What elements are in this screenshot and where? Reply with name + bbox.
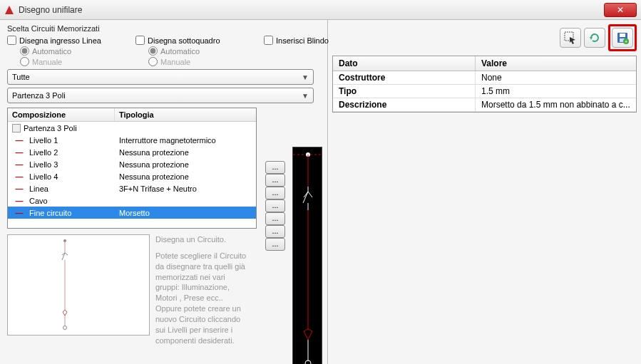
tree-row-label: Livello 3 [29,160,58,169]
radio-sotto-automatico-input[interactable] [148,46,158,56]
combo-group-value: Tutte [12,73,30,81]
tree-connector-icon: — [12,160,26,169]
edit-fine-button[interactable]: ... [265,238,285,251]
properties-table: Dato Valore CostruttoreNoneTipo1.5 mmDes… [332,56,637,113]
section-title: Scelta Circuiti Memorizzati [7,24,320,33]
svg-marker-18 [570,37,575,44]
tree-root-icon [12,124,21,132]
properties-header-valore: Valore [476,56,636,71]
tree-connector-icon: — [12,136,26,145]
window-title: Disegno unifilare [19,5,82,15]
edit-linea-button[interactable]: ... [265,212,285,225]
tree-connector-icon: — [12,148,26,157]
check-disegna-sottoquadro[interactable]: Disegna sottoquadro [135,36,235,45]
chevron-down-icon: ▼ [302,73,309,81]
edit-livello4-button[interactable]: ... [265,199,285,212]
tree-root-label: Partenza 3 Poli [24,124,77,132]
save-highlight: + [608,24,637,51]
help-body: Potete scegliere il Circuito da disegnar… [155,251,248,346]
radio-sotto-manuale[interactable]: Manuale [148,57,235,66]
svg-text:+: + [625,39,627,44]
radio-ingresso-automatico-input[interactable] [20,46,29,56]
property-value[interactable]: 1.5 mm [476,85,636,98]
radio-sotto-automatico[interactable]: Automatico [148,46,235,56]
check-disegna-ingresso-label: Disegna ingresso Linea [19,36,101,45]
tree-row-type: 3F+N Trifase + Neutro [115,184,256,193]
check-inserisci-blindo-box[interactable] [264,36,273,45]
property-row: DescrizioneMorsetto da 1.5 mm non abbina… [333,98,636,112]
svg-marker-19 [590,37,593,40]
check-disegna-sottoquadro-box[interactable] [135,36,145,45]
combo-circuit[interactable]: Partenza 3 Poli ▼ [7,88,314,103]
tree-row-type: Nessuna protezione [115,172,256,181]
circuit-preview-large [292,147,322,364]
circuit-tree[interactable]: Composizione Tipologia Partenza 3 Poli—L… [7,108,257,229]
check-disegna-ingresso[interactable]: Disegna ingresso Linea [7,36,107,45]
property-key: Costruttore [333,71,476,84]
tree-row-label: Livello 4 [29,172,58,181]
property-value[interactable]: Morsetto da 1.5 mm non abbinato a c... [476,98,636,111]
tree-header-composizione: Composizione [8,108,115,121]
property-key: Tipo [333,85,476,98]
tree-row[interactable]: —Fine circuitoMorsetto [8,207,256,219]
help-text: Disegna un Circuito. Potete scegliere il… [155,234,248,345]
radio-sotto-manuale-input[interactable] [148,57,158,66]
app-logo-icon [4,5,14,15]
tree-row-type: Nessuna protezione [115,148,256,157]
check-inserisci-blindo-label: Inserisci Blindo [276,36,329,45]
svg-marker-0 [5,6,14,14]
radio-sotto-manuale-label: Manuale [160,58,190,66]
tree-row-label: Linea [29,184,48,193]
tree-connector-icon: — [12,209,26,217]
radio-sotto-automatico-label: Automatico [160,47,200,56]
edit-livello3-button[interactable]: ... [265,187,285,199]
check-inserisci-blindo[interactable]: Inserisci Blindo [264,36,364,45]
radio-ingresso-manuale[interactable]: Manuale [20,57,107,66]
save-button[interactable]: + [612,28,633,48]
help-title: Disegna un Circuito. [155,234,248,245]
radio-ingresso-automatico-label: Automatico [32,47,71,56]
tree-connector-icon: — [12,197,26,205]
property-row: Tipo1.5 mm [333,85,636,98]
edit-livello2-button[interactable]: ... [265,174,285,187]
close-button[interactable]: ✕ [604,3,637,17]
combo-circuit-value: Partenza 3 Poli [12,91,66,100]
right-toolbar: + [332,24,637,51]
refresh-icon [588,31,601,44]
radio-ingresso-manuale-label: Manuale [32,58,62,66]
tree-header-tipologia: Tipologia [115,108,256,121]
circuit-preview-small [7,234,150,336]
refresh-button[interactable] [584,28,605,48]
tree-row-label: Livello 1 [29,136,58,145]
edit-buttons-stack: ... ... ... ... ... ... ... [265,161,285,251]
tree-row-label: Livello 2 [29,148,58,157]
chevron-down-icon: ▼ [302,92,309,100]
properties-header: Dato Valore [333,56,636,71]
combo-group[interactable]: Tutte ▼ [7,69,314,85]
tree-header: Composizione Tipologia [8,108,256,122]
radio-ingresso-manuale-input[interactable] [20,57,29,66]
tree-row-label: Cavo [29,197,48,205]
tree-row-label: Fine circuito [29,209,71,217]
property-key: Descrizione [333,98,476,111]
tree-connector-icon: — [12,172,26,181]
tree-row[interactable]: —Livello 1Interruttore magnetotermico [8,134,256,146]
left-panel: Scelta Circuiti Memorizzati Disegna ingr… [0,20,328,364]
titlebar: Disegno unifilare ✕ [0,0,641,20]
svg-rect-21 [620,33,625,37]
radio-ingresso-automatico[interactable]: Automatico [20,46,107,56]
tree-row[interactable]: —Livello 2Nessuna protezione [8,146,256,158]
select-tool-button[interactable] [560,28,581,48]
property-value[interactable]: None [476,71,636,84]
tree-row[interactable]: —Livello 4Nessuna protezione [8,170,256,182]
cursor-icon [564,31,577,44]
tree-row[interactable]: —Linea3F+N Trifase + Neutro [8,182,256,194]
tree-connector-icon: — [12,184,26,193]
edit-cavo-button[interactable]: ... [265,225,285,238]
edit-livello1-button[interactable]: ... [265,161,285,174]
check-disegna-ingresso-box[interactable] [7,36,16,45]
tree-row[interactable]: —Livello 3Nessuna protezione [8,158,256,170]
property-row: CostruttoreNone [333,71,636,85]
tree-row[interactable]: —Cavo [8,194,256,207]
tree-root[interactable]: Partenza 3 Poli [8,122,256,134]
